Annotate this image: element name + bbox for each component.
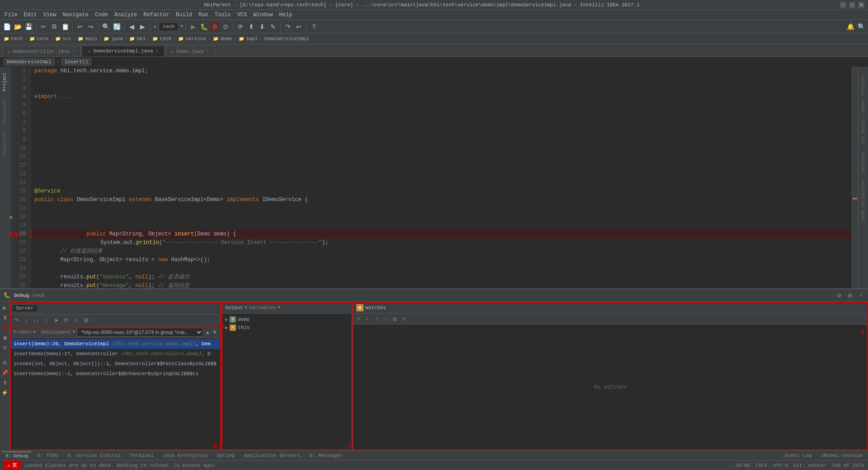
watches-add-btn[interactable]: + — [354, 315, 363, 323]
watches-up-btn[interactable]: ↑ — [373, 315, 381, 323]
variables-tab[interactable]: Variables — [249, 305, 276, 310]
menu-edit[interactable]: Edit — [21, 11, 40, 19]
toolbar-undo-btn[interactable]: ↩ — [75, 22, 85, 32]
left-tab-favorites[interactable]: Favorites — [1, 128, 8, 160]
toolbar-vcs4-btn[interactable]: ✎ — [268, 22, 278, 32]
nav-main[interactable]: main — [85, 36, 97, 42]
debug-stepover-btn[interactable]: ↷ — [12, 316, 21, 325]
vtab-artbuild[interactable]: Ant Build — [860, 116, 867, 147]
tab-demoserviceimpl[interactable]: ☕ DemoServiceImpl.java × — [82, 46, 164, 56]
status-crlf[interactable]: CRLF — [755, 463, 767, 468]
output-tab[interactable]: Output — [225, 305, 243, 310]
toolbar-coverage-btn[interactable]: ⊙ — [221, 22, 231, 32]
var-expand-this[interactable]: ▶ — [225, 325, 228, 330]
menu-code[interactable]: Code — [92, 11, 111, 19]
toolbar-find-btn[interactable]: 🔍 — [101, 22, 111, 32]
var-item-demo[interactable]: ▶ D demo — [225, 315, 349, 324]
menu-vcs[interactable]: VCS — [235, 11, 250, 19]
debug-resume-btn[interactable]: ▶ — [1, 304, 9, 312]
debug-settings-btn[interactable]: ⚙ — [835, 292, 843, 299]
frames-scroll-up[interactable]: ▲ — [205, 329, 210, 335]
debug-evaluate-btn[interactable]: = — [71, 316, 80, 325]
debug-middle-body[interactable]: ▶ D demo ▶ ≡ this — [222, 314, 352, 450]
tab-close-democontroller[interactable]: × — [72, 49, 75, 54]
toolbar-cut-btn[interactable]: ✂ — [38, 22, 48, 32]
frames-scroll-down[interactable]: ▼ — [212, 329, 217, 335]
menu-view[interactable]: View — [41, 11, 59, 19]
frame-item-3[interactable]: insertDemo(Demo):-1, DemoController$$Enh… — [10, 369, 221, 379]
minimize-button[interactable]: ─ — [840, 2, 846, 8]
watches-down-btn[interactable]: ↓ — [382, 315, 390, 323]
toolbar-open-btn[interactable]: 📂 — [13, 22, 23, 32]
toolbar-redo-btn[interactable]: ↪ — [86, 22, 96, 32]
status-git[interactable]: Git: master — [793, 463, 826, 468]
vtab-beanvalidation[interactable]: Bean Validation — [860, 176, 867, 224]
debug-jrebel-icon[interactable]: ⚡ — [1, 389, 9, 397]
frames-dropdown[interactable]: *http-nio-8080-exec-10*@17,674 in group … — [77, 328, 203, 337]
tab-democontroller[interactable]: ☕ DemoController.java × — [2, 46, 81, 56]
status-position[interactable]: 20:80 — [735, 463, 750, 468]
menu-window[interactable]: Window — [250, 11, 275, 19]
nav-impl[interactable]: impl — [246, 36, 258, 42]
debug-pin-btn[interactable]: 📌 — [1, 369, 9, 377]
bottom-tab-spring[interactable]: Spring — [213, 452, 238, 459]
toolbar-replace-btn[interactable]: 🔄 — [112, 22, 122, 32]
debug-forceinto-btn[interactable]: ↓↓ — [32, 316, 41, 325]
debug-pause-btn[interactable]: ⏸ — [1, 314, 9, 322]
toolbar-debug-active-btn[interactable]: ⚙ — [210, 22, 220, 32]
tab-demo[interactable]: ☕ Demo.java × — [165, 46, 215, 56]
watches-remove-btn[interactable]: − — [363, 315, 372, 323]
toolbar-vcs1-btn[interactable]: ⟳ — [236, 22, 245, 32]
frames-body[interactable]: insert(Demo):20, DemoServiceImpl (hbi.te… — [10, 338, 221, 450]
close-button[interactable]: ✕ — [858, 2, 864, 8]
bottom-tab-vcs[interactable]: 9: Version Control — [63, 452, 124, 459]
bottom-tab-debug[interactable]: 5: Debug — [2, 451, 32, 460]
debug-stop-btn[interactable]: ■ — [1, 324, 9, 332]
bottom-tab-messages[interactable]: 0: Messages — [306, 452, 346, 459]
toolbar-update-btn[interactable]: ↩ — [294, 22, 304, 32]
bottom-tab-eventlog[interactable]: Event Log — [781, 452, 815, 459]
var-expand-demo[interactable]: ▶ — [225, 317, 228, 322]
breadcrumb-class[interactable]: DemoServiceImpl — [4, 58, 55, 66]
menu-file[interactable]: File — [2, 11, 20, 19]
debug-stepinto-btn[interactable]: ↓ — [22, 316, 31, 325]
watches-copy-btn[interactable]: ⧉ — [391, 315, 399, 323]
frame-item-1[interactable]: insertDemo(Demo):27, DemoController (hbi… — [10, 349, 221, 359]
toolbar-forward-btn[interactable]: ▶ — [137, 22, 147, 32]
bottom-tab-appservers[interactable]: Application Servers — [240, 452, 304, 459]
toolbar-run-btn[interactable]: ▶ — [188, 22, 198, 32]
watches-evaluate-btn[interactable]: = — [400, 315, 408, 323]
status-encoding[interactable]: UTF-8 — [773, 463, 788, 468]
toolbar-history-btn[interactable]: ↷ — [283, 22, 293, 32]
debug-close-btn[interactable]: × — [857, 292, 864, 299]
nav-hbi[interactable]: hbi — [137, 36, 146, 42]
code-content[interactable]: package hbi.tech.service.demo.impl; ⊕imp… — [31, 67, 852, 288]
toolbar-search-btn[interactable]: 🔍 — [856, 22, 866, 32]
nav-tech[interactable]: tech — [11, 36, 23, 42]
toolbar-back-btn[interactable]: ◀ — [127, 22, 137, 32]
debug-viewbreakpoints-btn[interactable]: ◉ — [1, 334, 9, 342]
toolbar-new-btn[interactable]: 📄 — [2, 22, 12, 32]
editor-area[interactable]: 1 2 3 4 5 6 7 8 9 10 11 12 13 14 15 16 1 — [10, 67, 858, 288]
toolbar-save-btn[interactable]: 💾 — [24, 22, 33, 32]
nav-src[interactable]: src — [62, 36, 71, 42]
nav-core[interactable]: core — [37, 36, 48, 42]
bottom-tab-terminal[interactable]: Terminal — [126, 452, 157, 459]
toolbar-vcs2-btn[interactable]: ⬆ — [246, 22, 256, 32]
menu-build[interactable]: Build — [173, 11, 195, 19]
breadcrumb-method[interactable]: insert() — [61, 58, 92, 66]
toolbar-vcs3-btn[interactable]: ⬇ — [257, 22, 267, 32]
toolbar-paste-btn[interactable]: 📋 — [60, 22, 70, 32]
frame-item-2[interactable]: invoke(int, Object, Object[]):-1, DemoCo… — [10, 359, 221, 369]
debug-trace-btn[interactable]: ⊞ — [81, 316, 90, 325]
vtab-database[interactable]: Database — [860, 147, 867, 176]
tab-close-demoserviceimpl[interactable]: × — [156, 49, 159, 54]
tab-close-demo[interactable]: × — [206, 49, 209, 54]
debug-dropto-btn[interactable]: ⟳ — [61, 316, 71, 325]
var-item-this[interactable]: ▶ ≡ this — [225, 324, 349, 332]
toolbar-debug-btn[interactable]: 🐛 — [199, 22, 209, 32]
frame-item-0[interactable]: insert(Demo):20, DemoServiceImpl (hbi.te… — [10, 339, 221, 349]
nav-tech2[interactable]: tech — [160, 36, 171, 42]
nav-java[interactable]: java — [111, 36, 123, 42]
menu-navigate[interactable]: Navigate — [60, 11, 91, 19]
